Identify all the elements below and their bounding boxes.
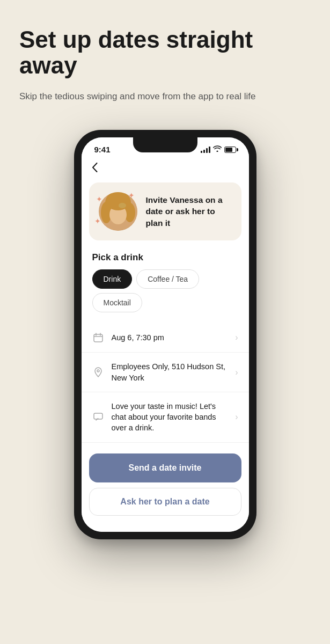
battery-icon <box>224 147 236 153</box>
svg-point-6 <box>106 193 130 210</box>
message-icon <box>92 411 104 423</box>
send-date-invite-button[interactable]: Send a date invite <box>89 453 241 482</box>
chevron-icon: › <box>235 412 238 422</box>
message-item[interactable]: Love your taste in music! Let's chat abo… <box>82 392 249 443</box>
date-text: Aug 6, 7:30 pm <box>112 332 228 343</box>
sparkle-icon: ✦ <box>96 195 102 203</box>
location-item[interactable]: Employees Only, 510 Hudson St, New York … <box>82 353 249 392</box>
avatar-wrapper: ✦ ✦ ✦ <box>99 192 137 231</box>
status-time: 9:41 <box>94 145 111 154</box>
phone-frame: 9:41 <box>74 130 256 539</box>
chevron-icon: › <box>235 333 238 342</box>
chevron-icon: › <box>235 368 238 377</box>
phone-wrapper: 9:41 <box>0 119 330 555</box>
location-text: Employees Only, 510 Hudson St, New York <box>112 361 228 383</box>
wifi-icon <box>213 145 222 153</box>
sparkle-icon: ✦ <box>94 217 101 225</box>
date-item[interactable]: Aug 6, 7:30 pm › <box>82 323 249 353</box>
svg-rect-9 <box>94 334 102 342</box>
pick-drink-label: Pick a drink <box>82 250 249 269</box>
svg-point-8 <box>119 203 126 208</box>
location-icon <box>92 367 104 378</box>
status-bar: 9:41 <box>82 137 249 157</box>
ask-plan-date-button[interactable]: Ask her to plan a date <box>89 488 241 516</box>
svg-point-7 <box>109 203 118 209</box>
phone-screen: 9:41 <box>82 137 249 531</box>
app-content: ✦ ✦ ✦ Invite Vanessa on a date or ask he… <box>82 157 249 531</box>
message-text: Love your taste in music! Let's chat abo… <box>112 401 228 434</box>
hero-subtitle: Skip the tedious swiping and move from t… <box>19 90 311 104</box>
drink-options: Drink Coffee / Tea Mocktail <box>82 269 249 323</box>
drink-chip-mocktail[interactable]: Mocktail <box>92 293 142 312</box>
status-icons <box>201 145 236 153</box>
notch <box>133 137 197 152</box>
invite-text: Invite Vanessa on a date or ask her to p… <box>146 194 232 229</box>
sparkle-icon: ✦ <box>128 191 135 200</box>
drink-chip-coffee[interactable]: Coffee / Tea <box>136 269 199 289</box>
hero-section: Set up dates straight away Skip the tedi… <box>0 0 330 119</box>
signal-icon <box>201 147 210 153</box>
drink-chip-drink[interactable]: Drink <box>92 269 133 289</box>
invite-card: ✦ ✦ ✦ Invite Vanessa on a date or ask he… <box>89 182 241 240</box>
svg-point-10 <box>97 370 99 372</box>
back-button[interactable] <box>82 157 249 178</box>
calendar-icon <box>92 332 104 343</box>
hero-title: Set up dates straight away <box>19 27 311 79</box>
